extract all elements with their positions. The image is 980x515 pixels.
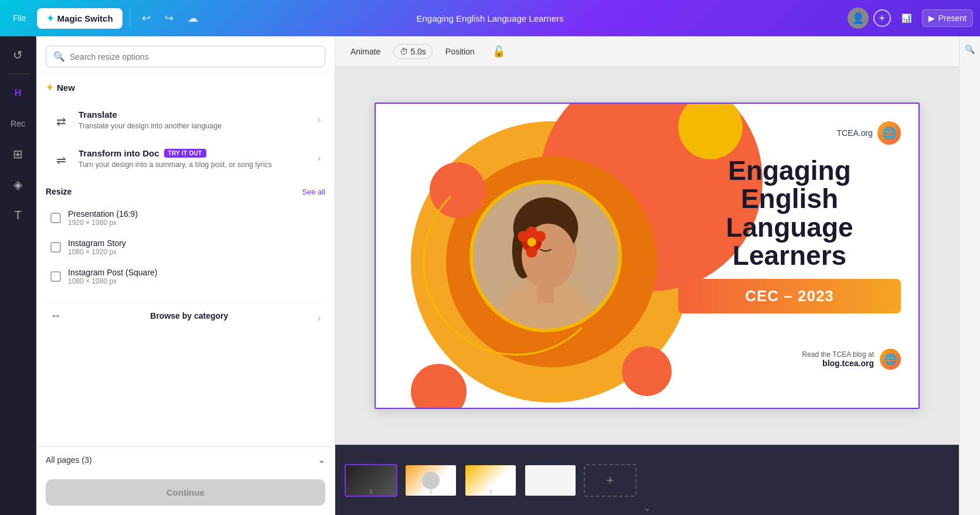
analytics-button[interactable]: 📊 <box>896 10 917 26</box>
translate-content: Translate Translate your design into ano… <box>79 110 311 132</box>
new-label: New <box>57 83 75 93</box>
tcea-logo: TCEA.org 🌐 <box>678 121 901 145</box>
resize-instagram-post[interactable]: Instagram Post (Square) 1080 × 1080 px <box>46 262 325 291</box>
magic-star-icon: ✦ <box>46 13 54 24</box>
toolbar-separator <box>130 9 130 27</box>
transform-option[interactable]: ⇌ Transform into Doc TRY IT OUT Turn you… <box>46 141 325 178</box>
timer-value: 5.0s <box>410 47 426 56</box>
add-collaborator-button[interactable]: + <box>873 9 891 27</box>
document-title: Engaging English Language Learners <box>416 13 563 23</box>
browse-title: Browse by category <box>150 311 228 320</box>
add-slide-button[interactable]: + <box>584 464 637 497</box>
present-button[interactable]: ▶ Present <box>922 9 973 27</box>
svg-rect-11 <box>537 281 554 303</box>
thumbnail-4[interactable] <box>524 464 577 497</box>
cec-text: CEC – 2023 <box>745 287 834 305</box>
thumb-num-2: 2 <box>429 489 432 494</box>
sidebar-item-text[interactable]: T <box>4 201 32 229</box>
text-icon: T <box>14 209 21 222</box>
heading-line3: Language <box>726 212 853 243</box>
circle-bottom-right-orange <box>622 346 672 396</box>
right-sidebar-search[interactable]: 🔍 <box>962 41 978 57</box>
svg-point-8 <box>518 231 529 242</box>
scroll-indicator[interactable]: ⌄ <box>641 501 653 515</box>
present-label: Present <box>938 13 967 23</box>
sidebar-item-recent[interactable]: Rec <box>4 110 32 138</box>
redo-button[interactable]: ↪ <box>160 8 178 28</box>
home-icon: H <box>15 88 22 98</box>
svg-point-10 <box>528 238 536 247</box>
search-input[interactable] <box>70 52 318 62</box>
search-icon: 🔍 <box>53 51 65 62</box>
translate-icon: ⇄ <box>50 111 72 132</box>
svg-point-7 <box>535 231 546 242</box>
user-avatar[interactable]: 👤 <box>848 8 869 29</box>
slide-canvas[interactable]: TCEA.org 🌐 Engaging English Language Lea… <box>375 103 920 409</box>
thumbnail-1[interactable]: 1 <box>345 464 397 497</box>
sidebar-item-templates[interactable]: ⊞ <box>4 140 32 168</box>
browse-category-section[interactable]: ↔ Browse by category › <box>46 301 325 330</box>
blog-globe-icon: 🌐 <box>880 349 901 370</box>
transform-title: Transform into Doc <box>79 148 159 158</box>
clock-icon: ⏱ <box>400 47 408 56</box>
presentation-checkbox[interactable] <box>50 213 61 223</box>
cec-banner: CEC – 2023 <box>678 279 901 313</box>
refresh-icon: ↺ <box>13 48 23 62</box>
search-box: 🔍 <box>46 46 325 67</box>
heading-line1: Engaging <box>728 155 851 186</box>
presentation-dims: 1920 × 1080 px <box>68 219 138 227</box>
instagram-story-checkbox[interactable] <box>50 242 61 253</box>
browse-icon: ↔ <box>50 310 61 322</box>
portrait-image <box>469 180 622 332</box>
resize-instagram-story[interactable]: Instagram Story 1080 × 1920 px <box>46 233 325 262</box>
resize-instagram-story-info: Instagram Story 1080 × 1920 px <box>68 238 126 256</box>
circle-bottom-left <box>411 364 467 409</box>
magic-switch-button[interactable]: ✦ Magic Switch <box>37 8 122 29</box>
magic-switch-panel: 🔍 ✦ New ⇄ Translate Translate your desig… <box>36 36 335 515</box>
translate-option[interactable]: ⇄ Translate Translate your design into a… <box>46 103 325 139</box>
sidebar-item-elements[interactable]: ◈ <box>4 170 32 199</box>
slide-heading: Engaging English Language Learners <box>678 156 901 270</box>
new-section-label: ✦ New <box>46 82 325 93</box>
timer-badge[interactable]: ⏱ 5.0s <box>393 44 432 59</box>
magic-switch-label: Magic Switch <box>57 13 113 23</box>
resize-instagram-post-info: Instagram Post (Square) 1080 × 1080 px <box>68 268 158 285</box>
right-sidebar: 🔍 <box>959 36 980 515</box>
transform-icon: ⇌ <box>50 149 72 170</box>
recent-icon: Rec <box>11 119 25 128</box>
animate-button[interactable]: Animate <box>345 43 386 60</box>
second-toolbar: Animate ⏱ 5.0s Position 🔓 <box>335 36 959 67</box>
cloud-save-button[interactable]: ☁ <box>183 8 203 28</box>
canvas-container: Animate ⏱ 5.0s Position 🔓 <box>335 36 959 515</box>
continue-button[interactable]: Continue <box>46 479 325 506</box>
left-sidebar: ↺ H Rec ⊞ ◈ T <box>0 36 36 515</box>
transform-desc: Turn your design into a summary, a blog … <box>79 160 311 170</box>
top-toolbar: File ✦ Magic Switch ↩ ↪ ☁ Engaging Engli… <box>0 0 980 36</box>
svg-point-9 <box>526 247 537 258</box>
transform-content: Transform into Doc TRY IT OUT Turn your … <box>79 148 311 170</box>
instagram-post-dims: 1080 × 1080 px <box>68 277 158 285</box>
thumbnail-2[interactable]: 2 <box>404 464 457 497</box>
sidebar-item-home[interactable]: H <box>4 79 32 107</box>
blog-label: Read the TCEA blog at <box>802 350 874 359</box>
present-icon: ▶ <box>928 13 935 23</box>
tcea-text: TCEA.org <box>837 128 873 138</box>
blog-url: blog.tcea.org <box>822 359 874 368</box>
chart-icon: 📊 <box>901 13 911 23</box>
pages-dropdown[interactable]: All pages (3) ⌄ <box>36 446 335 472</box>
instagram-story-name: Instagram Story <box>68 238 126 248</box>
sidebar-divider <box>8 74 29 74</box>
lock-button[interactable]: 🔓 <box>488 42 510 62</box>
see-all-button[interactable]: See all <box>302 187 325 196</box>
tcea-globe-icon: 🌐 <box>877 121 901 145</box>
file-menu[interactable]: File <box>7 10 32 26</box>
template-icon: ⊞ <box>13 147 23 161</box>
instagram-post-checkbox[interactable] <box>50 271 61 282</box>
position-button[interactable]: Position <box>440 43 481 60</box>
sidebar-item-refresh[interactable]: ↺ <box>4 41 32 69</box>
canvas-scroll: TCEA.org 🌐 Engaging English Language Lea… <box>335 67 959 445</box>
undo-button[interactable]: ↩ <box>137 8 155 28</box>
panel-scroll-area: ✦ New ⇄ Translate Translate your design … <box>36 73 335 446</box>
thumbnail-3[interactable]: 3 <box>464 464 517 497</box>
resize-presentation[interactable]: Presentation (16:9) 1920 × 1080 px <box>46 203 325 233</box>
